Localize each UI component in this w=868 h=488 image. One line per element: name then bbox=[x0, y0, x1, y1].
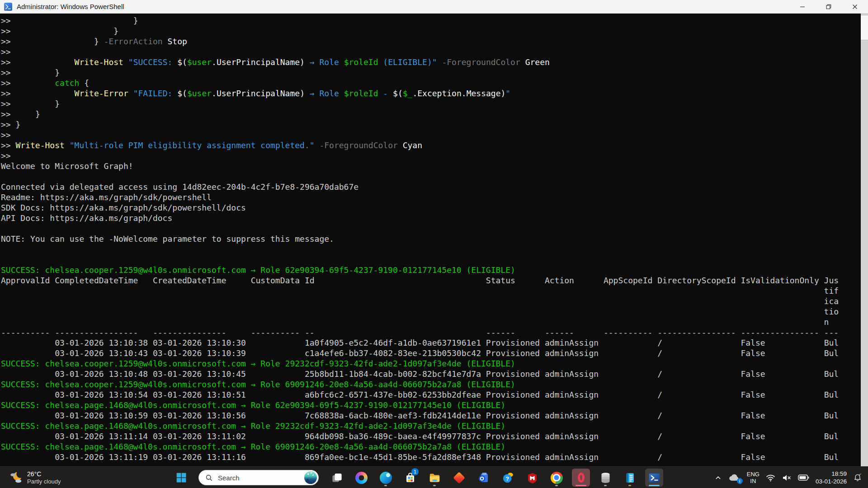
onedrive-tray-button[interactable]: i bbox=[725, 469, 744, 487]
search-box[interactable]: Search bbox=[198, 470, 319, 485]
bell-dnd-icon: z z bbox=[853, 473, 862, 482]
search-placeholder: Search bbox=[218, 474, 304, 482]
taskbar: 26°C Partly cloudy Search 1? bbox=[0, 466, 868, 488]
title-bar: Administrator: Windows PowerShell bbox=[0, 0, 868, 14]
weather-temperature: 26°C bbox=[27, 470, 61, 478]
powershell-titlebar-icon bbox=[4, 3, 12, 11]
opera-icon bbox=[575, 472, 587, 484]
opera-taskbar-button[interactable] bbox=[572, 469, 590, 487]
mcafee-icon bbox=[526, 472, 538, 484]
edge-icon bbox=[380, 472, 392, 484]
diamond-app-icon bbox=[453, 472, 465, 484]
outlook-taskbar-button[interactable] bbox=[474, 469, 492, 487]
file-explorer-running-indicator bbox=[433, 485, 436, 486]
chrome-running-indicator bbox=[555, 485, 558, 486]
onedrive-info-badge: i bbox=[737, 478, 743, 484]
mcafee-taskbar-button[interactable] bbox=[523, 469, 541, 487]
opera-running-indicator bbox=[576, 485, 586, 486]
chrome-taskbar-button[interactable] bbox=[547, 469, 566, 487]
powershell-taskbar-button[interactable] bbox=[645, 469, 663, 487]
chrome-icon bbox=[551, 472, 563, 484]
notification-center-button[interactable]: z z bbox=[850, 469, 865, 487]
terminal-output: >> }>> }>> } -ErrorAction Stop>>>> Write… bbox=[0, 14, 868, 462]
task-view-icon bbox=[331, 472, 343, 484]
notepad-running-indicator bbox=[628, 485, 631, 486]
restore-button[interactable] bbox=[816, 0, 842, 14]
volume-tray-button[interactable] bbox=[778, 469, 795, 487]
copilot-icon bbox=[355, 472, 368, 484]
weather-condition: Partly cloudy bbox=[27, 478, 61, 485]
file-explorer-taskbar-button[interactable] bbox=[425, 469, 443, 487]
microsoft-store-taskbar-button[interactable]: 1 bbox=[401, 469, 419, 487]
get-help-icon: ? bbox=[502, 472, 514, 484]
task-view-taskbar-button[interactable] bbox=[328, 469, 346, 487]
partly-cloudy-night-icon bbox=[8, 470, 24, 485]
wifi-icon bbox=[766, 474, 775, 482]
battery-tray-button[interactable] bbox=[795, 469, 812, 487]
bing-daily-image-thumbnail[interactable] bbox=[304, 471, 317, 484]
windows-logo-icon bbox=[175, 472, 187, 483]
terminal-scrollbar[interactable] bbox=[861, 14, 868, 466]
language-label: ENG bbox=[747, 471, 760, 478]
powershell-running-indicator bbox=[649, 485, 660, 486]
edge-taskbar-button[interactable] bbox=[377, 469, 395, 487]
network-tray-button[interactable] bbox=[763, 469, 778, 487]
taskbar-pinned: 1? bbox=[328, 469, 670, 487]
weather-widget[interactable]: 26°C Partly cloudy bbox=[3, 467, 66, 488]
powershell-icon bbox=[648, 472, 660, 484]
tray-time: 18:59 bbox=[816, 470, 847, 478]
edge-running-indicator bbox=[384, 485, 387, 486]
svg-text:z: z bbox=[860, 473, 861, 475]
notepad-taskbar-button[interactable] bbox=[621, 469, 639, 487]
tray-chevron-button[interactable] bbox=[712, 469, 725, 487]
chevron-up-icon bbox=[715, 474, 722, 481]
microsoft-store-notification-badge: 1 bbox=[411, 468, 419, 475]
battery-icon bbox=[798, 474, 809, 481]
database-tool-icon bbox=[599, 472, 612, 484]
minimize-button[interactable] bbox=[789, 0, 816, 14]
get-help-taskbar-button[interactable]: ? bbox=[499, 469, 517, 487]
outlook-icon bbox=[477, 472, 490, 484]
window-title: Administrator: Windows PowerShell bbox=[17, 3, 124, 10]
close-button[interactable] bbox=[842, 0, 868, 14]
copilot-taskbar-button[interactable] bbox=[352, 469, 370, 487]
speaker-muted-icon bbox=[782, 474, 792, 482]
diamond-app-taskbar-button[interactable] bbox=[450, 469, 468, 487]
clock-tray-button[interactable]: 18:59 03-01-2026 bbox=[812, 469, 850, 487]
tray-date: 03-01-2026 bbox=[816, 478, 847, 485]
region-label: IN bbox=[747, 478, 760, 484]
svg-text:?: ? bbox=[505, 475, 509, 482]
start-button[interactable] bbox=[172, 469, 190, 487]
notepad-icon bbox=[624, 472, 636, 484]
language-switcher[interactable]: ENG IN bbox=[744, 469, 763, 487]
file-explorer-icon bbox=[429, 472, 441, 484]
terminal-scrollbar-thumb[interactable] bbox=[861, 15, 868, 40]
terminal-window[interactable]: >> }>> }>> } -ErrorAction Stop>>>> Write… bbox=[0, 14, 868, 466]
database-tool-running-indicator bbox=[604, 485, 607, 486]
search-icon bbox=[205, 474, 213, 482]
database-tool-taskbar-button[interactable] bbox=[596, 469, 614, 487]
